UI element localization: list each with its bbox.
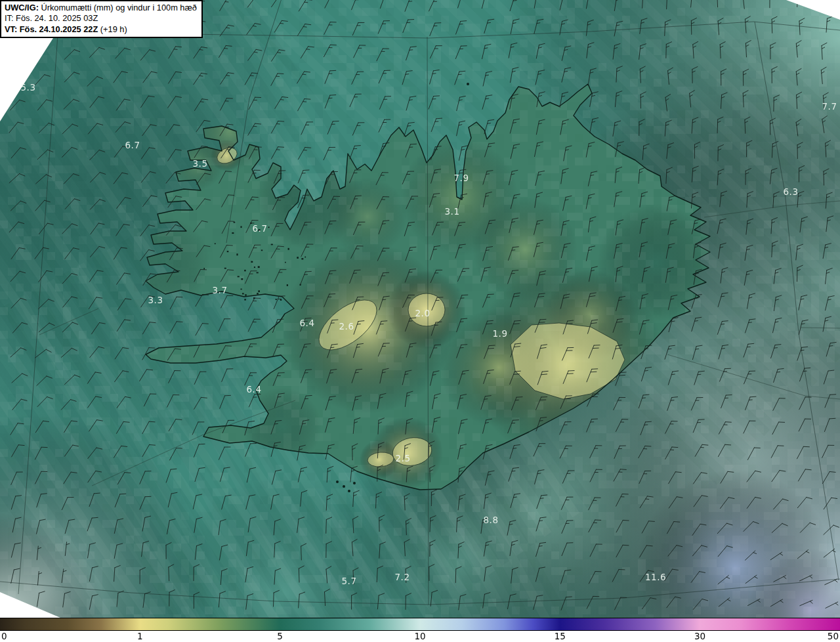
colorbar-tick-labels: 01510153050 — [0, 631, 840, 642]
colorbar-tick: 0 — [1, 631, 7, 641]
title-line: UWC/IG: Úrkomumætti (mm) og vindur i 100… — [5, 3, 197, 13]
weather-map-product: 5.36.73.57.93.17.76.36.73.73.36.42.62.01… — [0, 0, 840, 642]
title-box: UWC/IG: Úrkomumætti (mm) og vindur i 100… — [0, 0, 203, 38]
colorbar-tick: 1 — [137, 631, 143, 641]
product-code: UWC/IG: — [5, 3, 39, 12]
colorbar-tick: 15 — [555, 631, 566, 641]
colorbar-tick: 50 — [828, 631, 839, 641]
precipitation-colorbar — [0, 618, 840, 631]
colorbar-tick: 10 — [414, 631, 425, 641]
product-title: Úrkomumætti (mm) og vindur i 100m hæð — [39, 3, 197, 12]
colorbar-tick: 5 — [277, 631, 283, 641]
valid-time-line: VT: Fös. 24.10.2025 22Z (+19 h) — [5, 24, 197, 35]
weather-map-canvas — [0, 0, 840, 618]
init-time-line: IT: Fös. 24. 10. 2025 03Z — [5, 13, 197, 24]
valid-time: VT: Fös. 24.10.2025 22Z — [5, 24, 98, 34]
colorbar-tick: 30 — [694, 631, 705, 641]
valid-offset: (+19 h) — [98, 24, 127, 34]
